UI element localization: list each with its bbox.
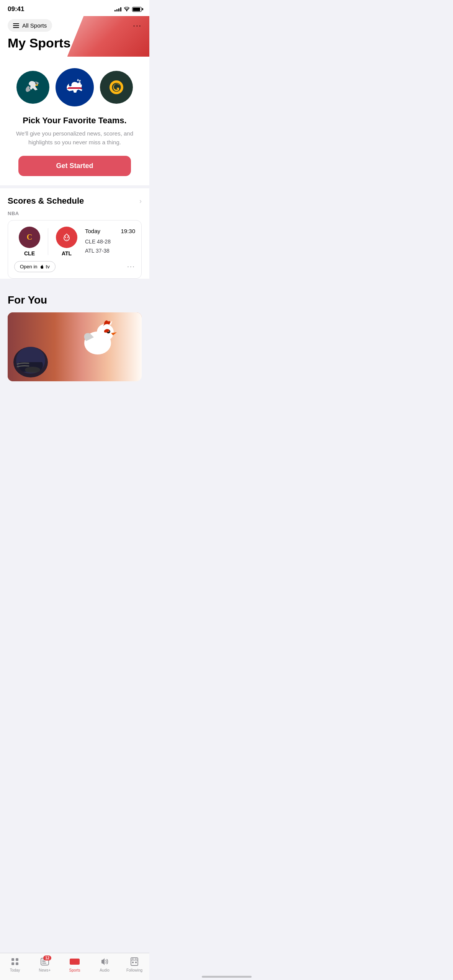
- scores-title: Scores & Schedule: [8, 196, 84, 206]
- team-logos: [8, 68, 142, 106]
- scores-section: Scores & Schedule › NBA C CLE: [0, 188, 149, 279]
- bills-logo: [56, 68, 94, 106]
- packers-logo: [100, 71, 133, 104]
- hamburger-icon: [13, 23, 19, 28]
- wifi-icon: [124, 7, 130, 11]
- scores-header: Scores & Schedule ›: [8, 196, 142, 206]
- eagles-logo: [16, 71, 49, 104]
- svg-text:C: C: [27, 233, 32, 241]
- team1-abbr: CLE: [24, 250, 35, 256]
- pick-title: Pick Your Favorite Teams.: [8, 116, 142, 126]
- more-button[interactable]: ···: [133, 21, 142, 30]
- header-top: All Sports ···: [8, 19, 142, 32]
- team2-abbr: ATL: [62, 250, 72, 256]
- all-sports-button[interactable]: All Sports: [8, 19, 52, 32]
- news-card-background: [8, 312, 142, 381]
- news-card[interactable]: [8, 312, 142, 381]
- all-sports-label: All Sports: [22, 22, 47, 29]
- signal-icon: [114, 7, 121, 11]
- status-bar: 09:41: [0, 0, 149, 16]
- game-time: 19:30: [121, 228, 135, 234]
- cardinal-icon: [73, 316, 123, 362]
- scores-arrow[interactable]: ›: [139, 197, 142, 205]
- game-info: Today 19:30 CLE 48-28 ATL 37-38: [82, 228, 135, 256]
- game-day: Today: [85, 228, 100, 234]
- apple-icon: [39, 264, 44, 270]
- game-more-button[interactable]: ···: [127, 263, 135, 271]
- open-label: Open in: [20, 264, 38, 270]
- section-divider: [0, 185, 149, 188]
- status-icons: [114, 7, 142, 12]
- header: All Sports ··· My Sports: [0, 16, 149, 57]
- cavs-badge: C: [19, 227, 40, 248]
- team1-col: C CLE: [14, 227, 45, 256]
- svg-point-13: [67, 237, 69, 238]
- game-card: C CLE: [8, 220, 142, 279]
- for-you-section: For You: [0, 286, 149, 381]
- svg-point-12: [65, 237, 66, 238]
- game-top: C CLE: [14, 227, 135, 256]
- helmet-icon: [11, 335, 57, 381]
- for-you-title: For You: [8, 294, 142, 306]
- game-time-row: Today 19:30: [85, 228, 135, 234]
- game-records: CLE 48-28 ATL 37-38: [85, 237, 135, 256]
- team2-record: ATL 37-38: [85, 247, 135, 256]
- battery-icon: [132, 7, 142, 12]
- pick-subtitle: We'll give you personalized news, scores…: [8, 129, 142, 147]
- get-started-button[interactable]: Get Started: [18, 156, 131, 176]
- team2-col: ATL: [51, 227, 82, 256]
- status-time: 09:41: [8, 5, 24, 13]
- game-actions: Open in tv ···: [14, 261, 135, 272]
- svg-point-0: [126, 10, 127, 11]
- league-label: NBA: [8, 211, 142, 216]
- tv-label: tv: [46, 264, 50, 270]
- open-tv-button[interactable]: Open in tv: [14, 261, 56, 272]
- team1-record: CLE 48-28: [85, 237, 135, 247]
- teams-section: Pick Your Favorite Teams. We'll give you…: [0, 57, 149, 185]
- svg-point-16: [25, 367, 40, 373]
- page-title: My Sports: [8, 36, 142, 51]
- vertical-divider: [48, 228, 48, 255]
- svg-point-3: [36, 83, 36, 84]
- hawks-badge: [56, 227, 77, 248]
